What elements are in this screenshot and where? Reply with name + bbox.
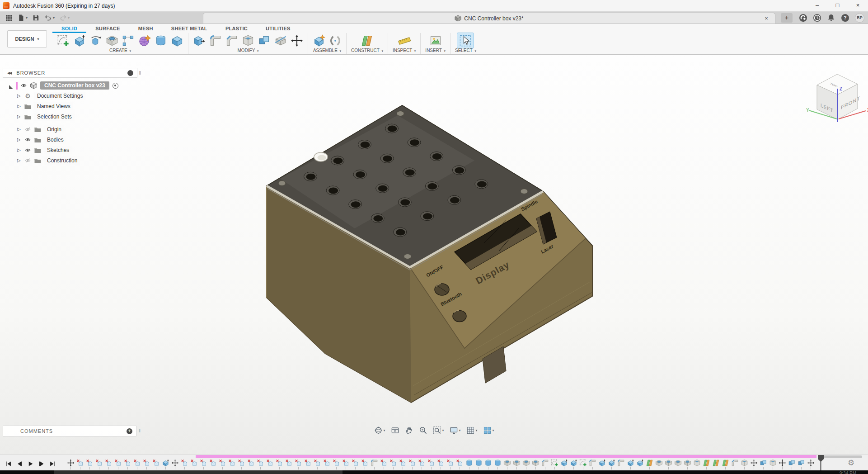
timeline-feature-sup[interactable] xyxy=(95,459,103,467)
timeline-feature-sup[interactable] xyxy=(333,459,340,467)
tab-close-icon[interactable]: × xyxy=(762,15,770,22)
timeline-feature-plane[interactable] xyxy=(722,459,729,467)
comments-panel[interactable]: COMMENTS + ‖ xyxy=(3,426,136,436)
panel-drag-handle[interactable]: ‖ xyxy=(138,428,141,433)
timeline-feature-sup[interactable] xyxy=(361,459,369,467)
timeline-feature-chamfer[interactable] xyxy=(541,459,549,467)
viewport-canvas[interactable]: ON/OFF Bluetooth Display Spindle Laser Y… xyxy=(0,55,868,455)
timeline-feature-plane[interactable] xyxy=(712,459,720,467)
browser-item-document-settings[interactable]: ▷⚙Document Settings xyxy=(3,90,137,101)
split-tool-icon[interactable] xyxy=(272,33,289,48)
browser-header[interactable]: ◀◀ BROWSER – ‖ xyxy=(3,68,137,78)
step-forward-button[interactable] xyxy=(36,459,46,468)
timeline-feature-sup[interactable] xyxy=(133,459,141,467)
browser-item-label[interactable]: Construction xyxy=(44,156,80,165)
hole-tool-icon[interactable] xyxy=(104,33,120,48)
timeline-feature-hole[interactable] xyxy=(513,459,521,467)
timeline-feature-sup[interactable] xyxy=(257,459,264,467)
measure-tool-icon[interactable] xyxy=(396,33,413,48)
expand-caret-icon[interactable]: ▷ xyxy=(17,114,24,119)
timeline-feature-sup[interactable] xyxy=(408,459,416,467)
ribbon-group-label-select[interactable]: SELECT ▾ xyxy=(453,48,478,54)
move-tool-icon[interactable] xyxy=(289,33,305,48)
ribbon-group-label-create[interactable]: CREATE ▾ xyxy=(55,48,185,54)
step-back-button[interactable] xyxy=(14,459,24,468)
browser-item-selection-sets[interactable]: ▷Selection Sets xyxy=(3,111,137,122)
newcomp-tool-icon[interactable] xyxy=(311,33,327,48)
timeline-feature-move[interactable] xyxy=(750,459,758,467)
browser-minimize-icon[interactable]: – xyxy=(127,70,133,76)
timeline-feature-plane[interactable] xyxy=(646,459,653,467)
timeline-feature-sketch[interactable] xyxy=(579,459,587,467)
visibility-eye-icon[interactable] xyxy=(24,147,32,153)
timeline-feature-sketch[interactable] xyxy=(551,459,558,467)
expand-caret-icon[interactable]: ▷ xyxy=(17,137,24,142)
timeline-feature-sup[interactable] xyxy=(124,459,131,467)
minimize-button[interactable]: – xyxy=(807,0,827,11)
timeline-feature-sup[interactable] xyxy=(399,459,407,467)
view-cube[interactable]: Y X Z TOP LEFT FRONT xyxy=(803,69,868,128)
timeline-feature-sup[interactable] xyxy=(266,459,274,467)
joint-tool-icon[interactable] xyxy=(327,33,343,48)
visibility-eye-off-icon[interactable] xyxy=(24,157,32,164)
timeline-feature-move[interactable] xyxy=(779,459,786,467)
ribbon-tab-utilities[interactable]: UTILITIES xyxy=(257,24,300,33)
ribbon-group-label-inspect[interactable]: INSPECT ▾ xyxy=(391,48,418,54)
visibility-eye-off-icon[interactable] xyxy=(24,126,32,133)
expand-caret-icon[interactable]: ▷ xyxy=(17,147,24,152)
timeline-feature-sup[interactable] xyxy=(352,459,359,467)
browser-item-label[interactable]: Named Views xyxy=(34,102,73,110)
save-icon[interactable] xyxy=(30,12,42,24)
combine-tool-icon[interactable] xyxy=(256,33,272,48)
ribbon-group-label-insert[interactable]: INSERT ▾ xyxy=(423,48,447,54)
timeline-feature-combine[interactable] xyxy=(760,459,767,467)
file-menu-icon[interactable]: ▾ xyxy=(15,12,30,24)
timeline-feature-sup[interactable] xyxy=(219,459,226,467)
browser-item-sketches[interactable]: ▷Sketches xyxy=(3,145,137,155)
timeline-feature-move[interactable] xyxy=(67,459,75,467)
timeline-feature-sup[interactable] xyxy=(181,459,188,467)
job-status-clock-icon[interactable] xyxy=(813,14,821,22)
browser-root-row[interactable]: CNC Controller box v23 xyxy=(3,81,137,90)
timeline-feature-sup[interactable] xyxy=(276,459,283,467)
timeline[interactable]: ⚙ xyxy=(0,455,868,470)
timeline-feature-extrude[interactable] xyxy=(570,459,577,467)
timeline-feature-combine[interactable] xyxy=(788,459,796,467)
extrude-tool-icon[interactable] xyxy=(71,33,88,48)
timeline-feature-plane[interactable] xyxy=(703,459,710,467)
extensions-icon[interactable] xyxy=(799,14,807,22)
timeline-feature-hole[interactable] xyxy=(665,459,672,467)
timeline-feature-sup[interactable] xyxy=(86,459,94,467)
expand-caret-icon[interactable]: ▷ xyxy=(17,104,24,109)
timeline-feature-sup[interactable] xyxy=(76,459,84,467)
browser-item-label[interactable]: Origin xyxy=(44,125,64,133)
ribbon-tab-surface[interactable]: SURFACE xyxy=(86,24,129,33)
timeline-feature-extrude[interactable] xyxy=(162,459,169,467)
timeline-feature-sup[interactable] xyxy=(209,459,217,467)
timeline-feature-sup[interactable] xyxy=(285,459,293,467)
timeline-settings-gear-icon[interactable]: ⚙ xyxy=(848,458,854,468)
timeline-feature-sup[interactable] xyxy=(238,459,245,467)
ribbon-tab-sheet-metal[interactable]: SHEET METAL xyxy=(162,24,216,33)
browser-item-origin[interactable]: ▷Origin xyxy=(3,124,137,134)
scrollbar-thumb[interactable] xyxy=(54,470,343,474)
pattern-tool-icon[interactable] xyxy=(120,33,136,48)
timeline-position-marker[interactable] xyxy=(818,455,824,470)
fit-nav-icon[interactable]: ▾ xyxy=(431,425,446,436)
select-tool-icon[interactable] xyxy=(457,33,474,48)
timeline-feature-sup[interactable] xyxy=(380,459,388,467)
timeline-feature-cylinder[interactable] xyxy=(475,459,483,467)
timeline-feature-chamfer[interactable] xyxy=(731,459,739,467)
timeline-feature-hole[interactable] xyxy=(674,459,682,467)
timeline-feature-fillet[interactable] xyxy=(589,459,596,467)
comments-expand-icon[interactable]: + xyxy=(127,428,132,434)
root-component-name[interactable]: CNC Controller box v23 xyxy=(40,81,109,90)
ribbon-group-label-construct[interactable]: CONSTRUCT ▾ xyxy=(349,48,385,54)
timeline-feature-extrude[interactable] xyxy=(560,459,568,467)
expand-caret-icon[interactable]: ▷ xyxy=(17,158,24,163)
timeline-feature-sup[interactable] xyxy=(105,459,113,467)
visibility-eye-icon[interactable] xyxy=(24,137,32,143)
cnc-controller-box-model[interactable]: ON/OFF Bluetooth Display Spindle Laser xyxy=(262,102,596,405)
maximize-button[interactable]: □ xyxy=(827,0,848,11)
ribbon-tab-solid[interactable]: SOLID xyxy=(52,24,86,33)
